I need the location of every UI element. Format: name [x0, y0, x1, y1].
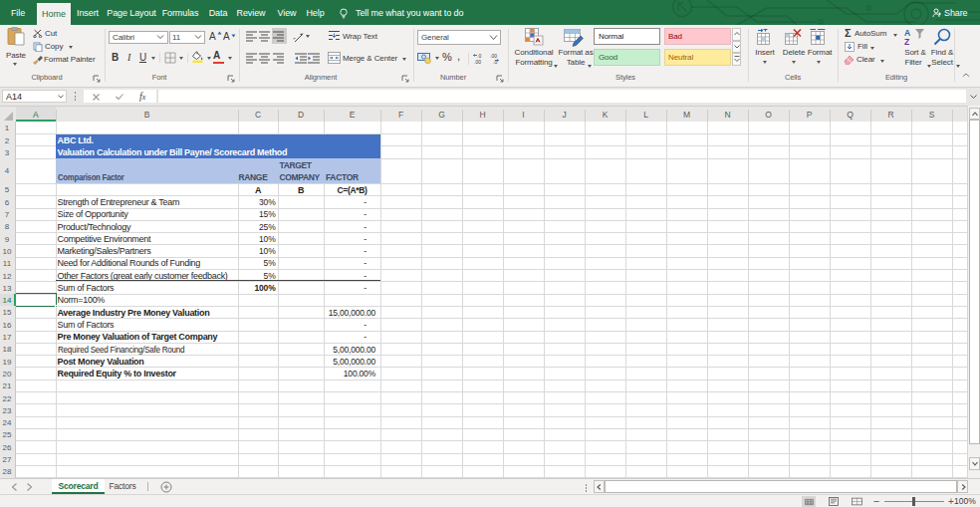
svg-text:.00: .00: [474, 59, 481, 65]
svg-text:.0: .0: [493, 59, 497, 65]
svg-text:Z: Z: [904, 37, 909, 47]
